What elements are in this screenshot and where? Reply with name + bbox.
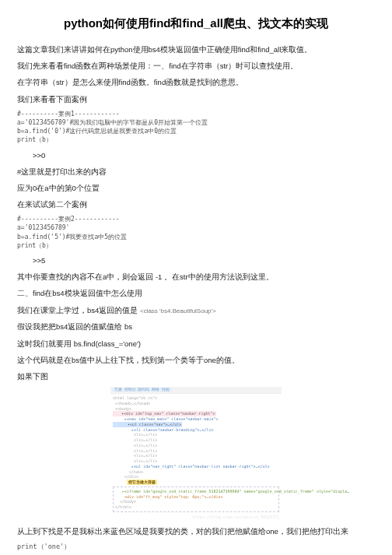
code-line: ▾<ul class="nav">…</ul> (113, 422, 279, 427)
code-line: <div id="ft_msg" style="top: 0px;">…</di… (115, 494, 277, 500)
paragraph: 在来试试第二个案例 (17, 198, 375, 210)
devtools-body: <html lang="zh-cn"> ▸<head>…</head> ▾<bo… (110, 394, 282, 514)
code-line: <li>…</li> (113, 453, 279, 458)
paragraph: 应为0在a中的第0个位置 (17, 182, 375, 194)
paragraph: 其中你要查找的内容不在a中，则会返回 -1 。在str中的使用方法说到这里。 (17, 271, 375, 283)
paragraph: 从上到下找是不是我标出来蓝色区域是我要找的类，对的我们把他赋值给one，我们把他… (17, 525, 375, 537)
devtools-tabs: 元素 控制台 源代码 网络 性能 (110, 387, 282, 394)
paragraph: 二、find在bs4模块返回值中怎么使用 (17, 287, 375, 299)
dashed-box: ▸<iframe id="google_osd_static_frame_518… (113, 487, 279, 512)
code-block-1: #----------案例1------------ a='0123456789… (17, 110, 375, 145)
code-line: </div> (113, 474, 279, 479)
paragraph: 这时我们就要用 bs.find(class_='one') (17, 338, 375, 350)
selected-line: ▾<ul class="nav">…</ul> (113, 422, 182, 427)
annotation-label: 把它当做大容器 (127, 479, 157, 485)
code-line: <li>…</li> (113, 437, 279, 443)
code-line: <li>…</li> (113, 458, 279, 464)
code-line: ▸<nav id="nav_main" class="navbar-main"> (113, 416, 279, 422)
code-line: <li>…</li> (113, 432, 279, 437)
print-statement: print（'one'） (17, 542, 375, 553)
paragraph: #这里就是打印出来的内容 (17, 166, 375, 177)
paragraph: 我们先来看看find函数在两种场景使用：一、find在字符串（str）时可以查找… (17, 60, 375, 72)
paragraph: 如果下图 (17, 371, 375, 382)
code-line: ▾<div id="top_nav" class="navbar-right"> (113, 411, 279, 416)
highlighted-line: ▾<div id="top_nav" class="navbar-right"> (113, 411, 216, 416)
code-line: <html lang="zh-cn"> (113, 395, 279, 401)
inline-code: <class 'bs4.BeautifulSoup'> (140, 307, 216, 314)
code-line: ▾<body> (113, 406, 279, 412)
paragraph: 我们来看看下面案例 (17, 93, 375, 105)
code-line: ▸<li class="navbar-branding">…</li> (113, 427, 279, 433)
watermark: https://blog.csdn.net/weixin_50123771 (110, 514, 282, 521)
code-line: <li>…</li> (113, 443, 279, 448)
code-line: </html> (115, 504, 277, 510)
paragraph: 假设我把把bs4返回的值赋值给 bs (17, 321, 375, 332)
intro-paragraph: 这篇文章我们来讲讲如何在python使用bs4模块返回值中正确使用find和fi… (17, 44, 375, 55)
paragraph: 我们在课堂上学过，bs4返回的值是 <class 'bs4.BeautifulS… (17, 304, 375, 317)
code-line: ▸<iframe id="google_osd_static_frame_518… (115, 489, 277, 494)
code-line: </nav> (113, 469, 279, 475)
code-line: <li>…</li> (113, 448, 279, 454)
paragraph: 这个代码就是在bs值中从上往下找，找到第一个类等于one的值。 (17, 354, 375, 366)
devtools-tab-elements: 元素 控制台 源代码 网络 性能 (112, 388, 172, 392)
paragraph: 在字符串（str）是怎么来使用find函数。find函数就是找到的意思。 (17, 76, 375, 88)
output-2: >>5 (33, 255, 375, 266)
devtools-screenshot: 元素 控制台 源代码 网络 性能 <html lang="zh-cn"> ▸<h… (110, 387, 282, 521)
output-1: >>0 (33, 149, 375, 161)
annotation: 把它当做大容器 (113, 479, 279, 485)
paragraph-text: 我们在课堂上学过，bs4返回的值是 (17, 306, 140, 314)
code-line: ▸<ul id="nav_right" class="navbar-list n… (113, 464, 279, 469)
code-line: ▸<head>…</head> (113, 401, 279, 406)
code-block-2: #----------案例2------------ a='0123456789… (17, 215, 375, 250)
code-line: </body> (115, 499, 277, 504)
page-title: python如何使用find和find_all爬虫、找文本的实现 (17, 14, 375, 33)
